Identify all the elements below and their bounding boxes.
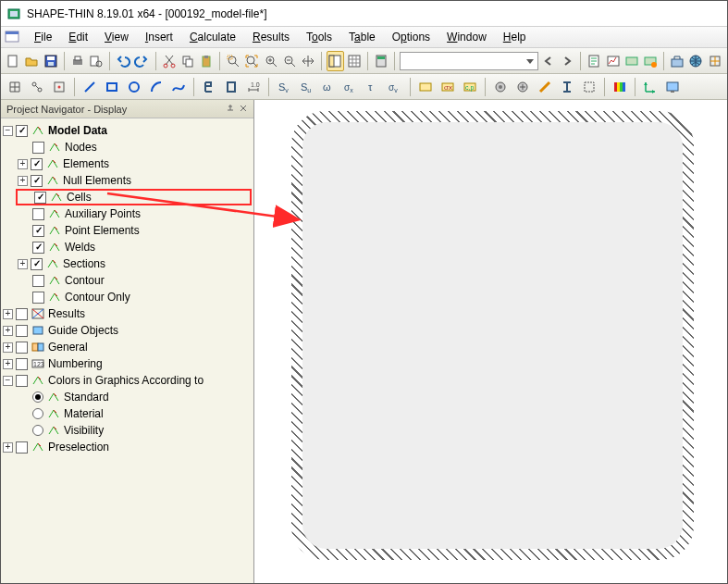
lbl-general[interactable]: General xyxy=(48,341,88,354)
zoom-window-button[interactable] xyxy=(225,51,241,71)
print-preview-button[interactable] xyxy=(88,51,105,71)
menu-table[interactable]: Table xyxy=(341,29,383,45)
chk-guide[interactable] xyxy=(16,325,28,337)
section2-button[interactable] xyxy=(221,77,241,97)
calculator-button[interactable] xyxy=(373,51,389,71)
lbl-visibility[interactable]: Visibility xyxy=(64,424,104,437)
export-button[interactable] xyxy=(623,51,640,71)
combo-prev-button[interactable] xyxy=(540,51,557,71)
lbl-contour-only[interactable]: Contour Only xyxy=(65,291,130,304)
expand-numbering[interactable]: + xyxy=(3,359,13,369)
axes-button[interactable] xyxy=(640,77,660,97)
pan-button[interactable] xyxy=(300,51,316,71)
table-panel-button[interactable] xyxy=(346,51,363,71)
expand-preselection[interactable]: + xyxy=(3,442,13,453)
chk-sections[interactable] xyxy=(31,258,43,270)
ipn-button[interactable] xyxy=(557,77,577,97)
undo-button[interactable] xyxy=(115,51,131,71)
lbl-cells[interactable]: Cells xyxy=(67,191,92,204)
global-button[interactable] xyxy=(687,51,704,71)
menu-window[interactable]: Window xyxy=(439,29,494,45)
spline-button[interactable] xyxy=(168,77,189,97)
chk-aux-points[interactable] xyxy=(32,208,44,220)
nav-panel-button[interactable] xyxy=(327,51,343,71)
export2-button[interactable] xyxy=(642,51,659,71)
radio-standard[interactable] xyxy=(32,391,43,403)
zoom-out-button[interactable] xyxy=(281,51,298,71)
copy-button[interactable] xyxy=(179,51,196,71)
menu-tools[interactable]: Tools xyxy=(299,29,339,45)
chk-model-data[interactable] xyxy=(16,125,28,137)
print-button[interactable] xyxy=(69,51,86,71)
graphics-viewport[interactable] xyxy=(254,100,727,583)
expand-model-data[interactable]: − xyxy=(3,126,13,136)
lbl-material[interactable]: Material xyxy=(64,407,104,420)
grid-button[interactable] xyxy=(5,77,25,97)
chk-cells[interactable] xyxy=(34,192,46,204)
ceff-button[interactable]: c,p xyxy=(460,77,480,97)
lbl-guide[interactable]: Guide Objects xyxy=(48,324,118,337)
rect-button[interactable] xyxy=(102,77,122,97)
snap2-button[interactable] xyxy=(49,77,69,97)
chk-preselection[interactable] xyxy=(16,441,28,454)
menu-insert[interactable]: Insert xyxy=(138,29,180,45)
chk-elements[interactable] xyxy=(31,158,43,170)
expand-sections[interactable]: + xyxy=(18,259,28,269)
chk-contour[interactable] xyxy=(32,275,44,287)
circle-button[interactable] xyxy=(124,77,144,97)
chk-numbering[interactable] xyxy=(16,358,28,370)
library-button[interactable] xyxy=(669,51,685,71)
new-button[interactable] xyxy=(5,51,21,71)
lbl-standard[interactable]: Standard xyxy=(64,391,109,404)
lbl-sections[interactable]: Sections xyxy=(63,257,105,270)
menu-options[interactable]: Options xyxy=(385,29,438,45)
menu-help[interactable]: Help xyxy=(496,29,534,45)
menu-view[interactable]: View xyxy=(97,29,136,45)
paste-button[interactable] xyxy=(198,51,215,71)
expand-results[interactable]: + xyxy=(3,309,13,319)
menu-edit[interactable]: Edit xyxy=(61,29,95,45)
pin-icon[interactable] xyxy=(226,104,235,115)
radio-visibility[interactable] xyxy=(32,425,43,436)
chk-nodes[interactable] xyxy=(32,142,44,154)
expand-elements[interactable]: + xyxy=(18,159,28,169)
close-panel-icon[interactable] xyxy=(239,104,248,115)
chk-general[interactable] xyxy=(16,342,28,354)
weld-button[interactable] xyxy=(535,77,555,97)
save-button[interactable] xyxy=(43,51,59,71)
zoom-fit-button[interactable] xyxy=(243,51,260,71)
snap-button[interactable] xyxy=(27,77,47,97)
bolt-button[interactable] xyxy=(490,77,511,97)
sigma-x-button[interactable]: σx xyxy=(340,77,361,97)
sigma-u-button[interactable]: Su xyxy=(296,77,316,97)
line-button[interactable] xyxy=(80,77,100,97)
lbl-model-data[interactable]: Model Data xyxy=(48,124,107,137)
tau-button[interactable]: τ xyxy=(363,77,383,97)
graphics-button[interactable] xyxy=(604,51,621,71)
lbl-nodes[interactable]: Nodes xyxy=(65,141,97,154)
menu-file[interactable]: File xyxy=(27,29,59,45)
display-button[interactable] xyxy=(662,77,683,97)
sigma-eqv-button[interactable]: σv xyxy=(385,77,405,97)
chk-null-elements[interactable] xyxy=(31,175,43,187)
plastic-button[interactable] xyxy=(415,77,436,97)
report-button[interactable] xyxy=(586,51,602,71)
chk-contour-only[interactable] xyxy=(32,292,44,304)
chk-point-elements[interactable] xyxy=(32,225,44,237)
cut-button[interactable] xyxy=(160,51,177,71)
sigma-v-button[interactable]: Sv xyxy=(274,77,294,97)
lbl-colors[interactable]: Colors in Graphics According to xyxy=(48,374,204,387)
menu-calculate[interactable]: Calculate xyxy=(182,29,243,45)
section-button[interactable] xyxy=(199,77,219,97)
radio-material[interactable] xyxy=(32,408,43,419)
expand-colors[interactable]: − xyxy=(3,376,13,386)
lbl-point-elements[interactable]: Point Elements xyxy=(65,224,140,237)
lbl-welds[interactable]: Welds xyxy=(65,241,95,254)
lbl-preselection[interactable]: Preselection xyxy=(48,441,109,454)
omega-button[interactable]: ω xyxy=(318,77,339,97)
open-button[interactable] xyxy=(23,51,40,71)
lbl-null-elements[interactable]: Null Elements xyxy=(63,174,131,187)
lbl-numbering[interactable]: Numbering xyxy=(48,357,103,370)
menu-results[interactable]: Results xyxy=(245,29,297,45)
lbl-results[interactable]: Results xyxy=(48,307,85,320)
